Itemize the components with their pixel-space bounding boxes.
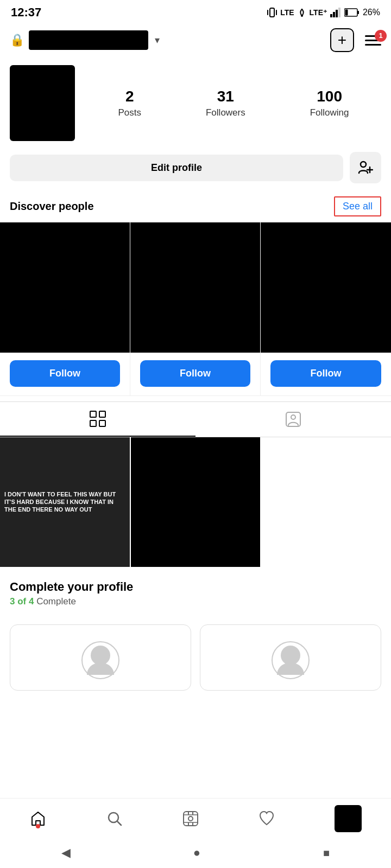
- svg-rect-25: [192, 812, 193, 815]
- status-time: 12:37: [11, 5, 41, 20]
- posts-label: Posts: [118, 107, 141, 118]
- complete-progress: 3 of 4: [10, 596, 34, 607]
- discover-card-2: Follow: [130, 222, 261, 395]
- bottom-navigation: [0, 798, 391, 838]
- lte2-icon: LTE⁺: [310, 8, 327, 17]
- android-home-button[interactable]: ●: [193, 846, 200, 860]
- card-avatar-head-2: [281, 646, 300, 665]
- complete-card-2[interactable]: [200, 624, 381, 691]
- post-1-text: I DON'T WANT TO FEEL THIS WAY BUT IT'S H…: [0, 437, 130, 567]
- following-label: Following: [310, 107, 349, 118]
- follow-button-3[interactable]: Follow: [270, 360, 381, 387]
- vibrate-icon: [267, 7, 277, 18]
- profile-section: 2 Posts 31 Followers 100 Following: [0, 56, 391, 146]
- post-2-image: [131, 437, 261, 567]
- nav-search[interactable]: [106, 810, 123, 827]
- status-icons: LTE LTE⁺ 26%: [267, 7, 380, 18]
- svg-point-11: [361, 162, 366, 167]
- svg-point-3: [301, 15, 303, 17]
- svg-rect-1: [267, 10, 268, 15]
- discover-user-image-2: [130, 222, 260, 353]
- notification-badge: 1: [375, 30, 387, 42]
- nav-right-buttons: + 1: [330, 28, 381, 52]
- svg-line-21: [117, 821, 121, 825]
- post-2[interactable]: [131, 437, 261, 567]
- svg-rect-15: [99, 411, 105, 417]
- svg-rect-17: [99, 420, 105, 426]
- nav-home[interactable]: [29, 810, 47, 827]
- profile-stats: 2 Posts 31 Followers 100 Following: [86, 88, 381, 118]
- lock-icon: 🔒: [10, 33, 24, 47]
- svg-rect-27: [192, 822, 193, 826]
- add-person-icon: [358, 160, 373, 175]
- card-avatar-2: [272, 641, 310, 679]
- reels-icon: [182, 810, 199, 827]
- profile-actions: Edit profile: [0, 146, 391, 189]
- svg-rect-0: [270, 8, 274, 17]
- battery-icon: [344, 8, 360, 17]
- svg-rect-2: [276, 10, 277, 15]
- discover-user-image-1: [0, 222, 130, 353]
- nav-profile-avatar: [335, 805, 362, 832]
- svg-rect-14: [90, 411, 96, 417]
- following-count: 100: [317, 88, 342, 105]
- card-avatar-body-2: [277, 663, 304, 675]
- svg-rect-9: [357, 11, 359, 14]
- tab-tagged[interactable]: [195, 402, 391, 437]
- complete-card-1[interactable]: [10, 624, 191, 691]
- discover-user-image-3: [261, 222, 391, 353]
- follow-button-1[interactable]: Follow: [10, 360, 120, 387]
- username-redacted: [29, 30, 148, 50]
- posts-stat[interactable]: 2 Posts: [118, 88, 141, 118]
- following-stat[interactable]: 100 Following: [310, 88, 349, 118]
- tagged-icon: [285, 411, 301, 427]
- discover-card-1: Follow: [0, 222, 130, 395]
- complete-suffix: Complete: [34, 596, 75, 607]
- svg-rect-5: [333, 12, 335, 17]
- discover-title: Discover people: [10, 200, 94, 213]
- post-1[interactable]: I DON'T WANT TO FEEL THIS WAY BUT IT'S H…: [0, 437, 130, 567]
- card-avatar-head-1: [91, 646, 110, 665]
- tab-grid[interactable]: [0, 402, 195, 437]
- svg-rect-6: [336, 10, 338, 17]
- grid-icon: [90, 411, 106, 427]
- post-3: [261, 437, 391, 567]
- svg-rect-7: [338, 8, 340, 17]
- svg-rect-4: [330, 14, 332, 17]
- nav-favorites[interactable]: [258, 810, 275, 827]
- android-recent-button[interactable]: ■: [323, 847, 330, 859]
- follow-button-2[interactable]: Follow: [140, 360, 250, 387]
- add-post-button[interactable]: +: [330, 28, 354, 52]
- add-friend-button[interactable]: [350, 152, 381, 183]
- chevron-down-icon[interactable]: ▾: [155, 34, 160, 46]
- android-back-button[interactable]: ◀: [61, 846, 71, 860]
- discover-card-3: Follow: [261, 222, 391, 395]
- svg-rect-26: [188, 822, 189, 826]
- heart-icon: [258, 810, 275, 827]
- svg-rect-10: [345, 10, 348, 16]
- posts-count: 2: [125, 88, 134, 105]
- followers-stat[interactable]: 31 Followers: [206, 88, 245, 118]
- svg-point-23: [188, 816, 193, 821]
- svg-rect-24: [188, 812, 189, 815]
- profile-avatar[interactable]: [10, 65, 75, 141]
- lte-icon: LTE: [280, 8, 294, 17]
- card-avatar-1: [81, 641, 119, 679]
- discover-carousel: Follow Follow Follow: [0, 222, 391, 396]
- discover-header: Discover people See all: [0, 189, 391, 222]
- nav-reels[interactable]: [182, 810, 199, 827]
- username-section: 🔒 ▾: [10, 30, 160, 50]
- posts-grid: I DON'T WANT TO FEEL THIS WAY BUT IT'S H…: [0, 437, 391, 567]
- home-dot: [36, 824, 40, 828]
- android-navigation: ◀ ● ■: [0, 838, 391, 868]
- complete-cards: [0, 616, 391, 699]
- search-icon: [106, 810, 123, 827]
- see-all-button[interactable]: See all: [334, 196, 381, 216]
- complete-profile-section: Complete your profile 3 of 4 Complete: [0, 567, 391, 616]
- edit-profile-button[interactable]: Edit profile: [10, 155, 343, 181]
- wifi-icon: [298, 7, 306, 18]
- nav-profile[interactable]: [335, 805, 362, 832]
- complete-profile-subtitle: 3 of 4 Complete: [10, 596, 381, 607]
- svg-point-19: [291, 415, 295, 419]
- menu-button[interactable]: 1: [365, 35, 381, 46]
